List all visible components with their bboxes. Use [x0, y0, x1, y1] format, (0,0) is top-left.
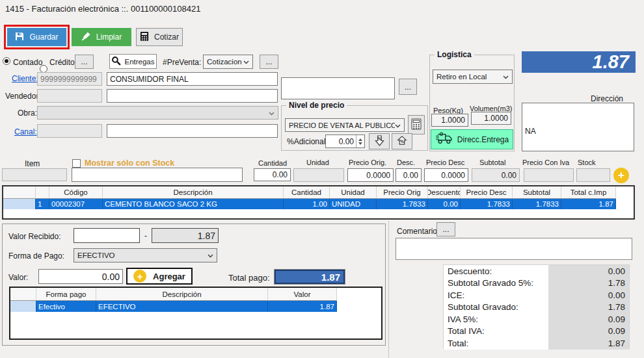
- save-button-label: Guardar: [29, 32, 58, 42]
- precio-con-iva-field: [524, 168, 574, 182]
- cliente-name-field[interactable]: CONSUMIDOR FINAL: [107, 72, 278, 86]
- nivel-precio-value: PRECIO DE VENTA AL PUBLICO: [289, 121, 395, 129]
- window-title: 1415 - Facturación electrónica ::. 00110…: [5, 4, 200, 14]
- apply-discount-button[interactable]: %: [369, 133, 390, 149]
- desc-input[interactable]: 0.00: [396, 168, 422, 182]
- panel-divider: [388, 221, 389, 358]
- preventa-select[interactable]: Cotizacion: [203, 55, 253, 69]
- obra-select: [37, 106, 278, 120]
- direcc-entrega-button[interactable]: Direcc.Entrega: [431, 129, 513, 149]
- total-row-subtotal-gravado: Subtotal Gravado:1.78: [444, 301, 629, 314]
- forma-pago-label: Forma de Pago:: [8, 251, 64, 261]
- item-label: Item: [25, 159, 40, 168]
- payments-table-row-selected[interactable]: Efectivo EFECTIVO 1.87: [10, 301, 381, 312]
- canal-link[interactable]: Canal:: [14, 127, 37, 136]
- spinner-arrows[interactable]: [356, 135, 364, 147]
- precio-desc-input[interactable]: 0.0000: [424, 168, 468, 182]
- nivel-precio-group: Nivel de precio PRECIO DE VENTA AL PUBLI…: [281, 105, 428, 151]
- save-button[interactable]: Guardar: [7, 28, 66, 46]
- cantidad-input[interactable]: 0.00: [254, 168, 291, 181]
- total-row-iva-5: IVA 5%:0.09: [444, 313, 629, 326]
- col-descripcion: Descripción: [103, 186, 284, 199]
- col-cantidad: Cantidad: [284, 186, 330, 199]
- credito-label: Crédito: [49, 58, 75, 67]
- total-pago-display: 1.87: [274, 269, 345, 285]
- cliente-extra-options-button[interactable]: ...: [399, 79, 417, 95]
- preventa-options-button[interactable]: ...: [260, 55, 278, 69]
- canal-code-field: [37, 124, 102, 138]
- dash-label: -: [144, 231, 147, 240]
- cliente-extra-field[interactable]: [281, 77, 395, 99]
- add-item-button[interactable]: +: [613, 168, 629, 183]
- peso-field[interactable]: 1.0000: [431, 114, 468, 127]
- clear-button[interactable]: Limpiar: [72, 28, 131, 46]
- entregas-button[interactable]: Entregas: [109, 54, 157, 69]
- stock-checkbox[interactable]: [72, 159, 81, 168]
- precio-orig-label: Precio Orig.: [349, 159, 386, 166]
- comentario-box[interactable]: [396, 238, 632, 260]
- valor-input[interactable]: 0.00: [38, 269, 123, 284]
- logistica-mode-select[interactable]: Retiro en Local: [433, 70, 513, 84]
- precio-con-iva-label: Precio Con Iva: [522, 159, 569, 166]
- col-unidad: Unidad: [330, 186, 377, 199]
- svg-text:%: %: [377, 136, 381, 141]
- items-grid-row-selected[interactable]: 1 00002307 CEMENTO BLANCO SACO 2 KG 1.00…: [3, 199, 634, 209]
- desc-label: Desc.: [397, 159, 415, 166]
- save-icon: [15, 32, 24, 43]
- item-code-field: [2, 168, 67, 181]
- col-selector: [3, 186, 36, 199]
- contado-radio[interactable]: [3, 57, 10, 65]
- subtotal-label: Subtotal: [479, 159, 505, 166]
- total-row-subtotal-gravado-5: Subtotal Gravado 5%:1.78: [444, 277, 629, 290]
- canal-name-field[interactable]: [107, 124, 278, 138]
- preventa-value: Cotizacion: [207, 58, 242, 66]
- entregas-label: Entregas: [124, 58, 154, 66]
- totals-summary: Descuento:0.00 Subtotal Gravado 5%:1.78 …: [443, 264, 630, 349]
- quote-button[interactable]: Cotizar: [136, 28, 183, 46]
- direcc-entrega-label: Direcc.Entrega: [457, 135, 509, 144]
- chevron-down-icon: [395, 121, 401, 129]
- col-codigo: Código: [49, 186, 103, 199]
- col-subtotal: Subtotal: [513, 186, 561, 199]
- stock-label: Stock: [578, 159, 596, 166]
- item-search-input[interactable]: [72, 168, 243, 182]
- stock-field: [576, 168, 610, 182]
- invoice-total-display: 1.87: [522, 51, 636, 73]
- vendedor-code-field: [37, 89, 102, 103]
- adicional-value: 0.00: [326, 137, 356, 146]
- price-calculator-button[interactable]: [408, 115, 425, 134]
- direccion-box[interactable]: NA: [522, 103, 634, 151]
- col-precio-orig: Precio Orig: [377, 186, 428, 199]
- volumen-field[interactable]: 1.0000: [471, 112, 511, 125]
- chevron-down-icon: [503, 73, 509, 81]
- adicional-spinner[interactable]: 0.00: [325, 134, 365, 148]
- nivel-precio-select[interactable]: PRECIO DE VENTA AL PUBLICO: [285, 118, 405, 132]
- vendedor-name-field[interactable]: [107, 89, 278, 103]
- agregar-button[interactable]: + Agregar: [126, 268, 193, 285]
- house-percent-button[interactable]: %: [392, 133, 412, 149]
- subtotal-field: 0.00: [472, 168, 520, 182]
- forma-pago-select[interactable]: EFECTIVO: [74, 248, 217, 262]
- agregar-label: Agregar: [153, 272, 185, 281]
- valor-label: Valor:: [8, 273, 28, 282]
- col-precio-desc: Precio Desc: [461, 186, 513, 199]
- col-forma-pago: Forma pago: [36, 288, 96, 301]
- total-row-descuento: Descuento:0.00: [444, 265, 629, 277]
- col-rownum: [36, 186, 49, 199]
- cliente-link[interactable]: Cliente:: [12, 74, 38, 83]
- clear-button-label: Limpiar: [96, 32, 122, 42]
- items-grid-header: Código Descripción Cantidad Unidad Preci…: [3, 186, 634, 199]
- comentario-options-button[interactable]: ...: [436, 222, 455, 237]
- precio-orig-input[interactable]: 0.0000: [347, 168, 394, 182]
- col-selector: [10, 288, 36, 301]
- svg-text:%: %: [400, 139, 404, 144]
- sale-options-button[interactable]: ...: [75, 55, 94, 69]
- arrow-down-percent-icon: %: [375, 135, 384, 148]
- contado-label: Contado: [13, 58, 42, 67]
- invoice-window: 1415 - Facturación electrónica ::. 00110…: [0, 0, 644, 358]
- valor-recibido-input[interactable]: [74, 228, 140, 243]
- obra-label: Obra:: [18, 109, 37, 118]
- col-descuento: Descuento: [428, 186, 461, 199]
- logistica-title: Logistica: [435, 50, 474, 59]
- restante-field: 1.87: [152, 228, 219, 243]
